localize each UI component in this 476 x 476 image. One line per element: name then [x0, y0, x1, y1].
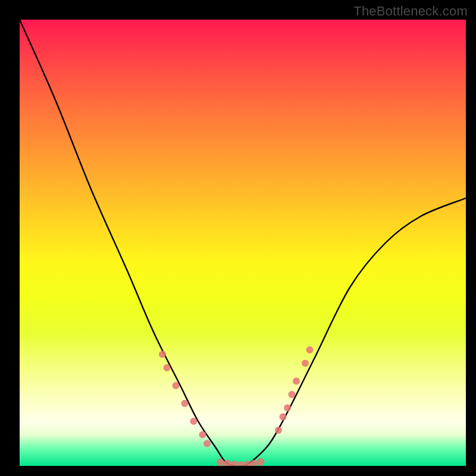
- data-point: [280, 414, 287, 421]
- data-point: [173, 382, 180, 389]
- data-point: [237, 461, 245, 466]
- data-point: [243, 461, 251, 466]
- data-point: [190, 418, 198, 425]
- data-point: [306, 346, 314, 353]
- data-point: [159, 351, 166, 358]
- data-point: [181, 400, 189, 407]
- data-point: [257, 458, 265, 466]
- chart-frame: TheBottleneck.com: [0, 0, 476, 476]
- watermark: TheBottleneck.com: [353, 4, 468, 19]
- data-point: [250, 460, 258, 466]
- data-point: [289, 391, 296, 398]
- data-point: [203, 440, 211, 447]
- data-point: [284, 405, 291, 412]
- data-point: [199, 431, 206, 439]
- bottleneck-curve: [20, 20, 466, 466]
- curve-svg: [20, 20, 466, 466]
- data-point: [230, 461, 238, 466]
- data-point: [164, 364, 171, 371]
- data-point: [293, 378, 300, 385]
- data-point: [302, 360, 309, 367]
- plot-area: [20, 20, 466, 466]
- data-point: [217, 459, 224, 466]
- data-point: [275, 427, 282, 434]
- data-markers: [159, 346, 314, 466]
